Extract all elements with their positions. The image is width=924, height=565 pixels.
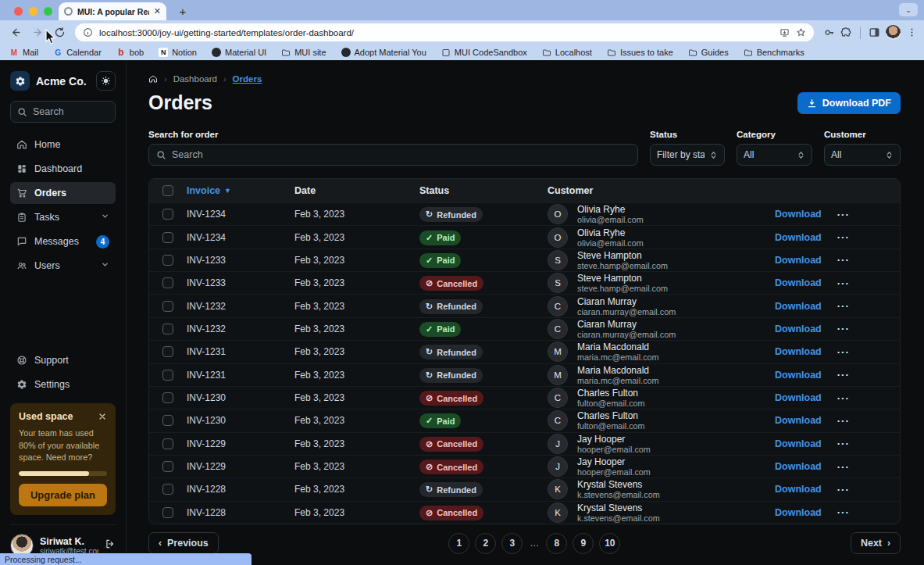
row-checkbox[interactable] bbox=[162, 484, 173, 495]
row-checkbox[interactable] bbox=[162, 370, 173, 381]
status-filter-select[interactable]: Filter by status bbox=[650, 144, 725, 166]
row-download-link[interactable]: Download bbox=[775, 438, 822, 449]
order-search-field[interactable] bbox=[172, 149, 630, 160]
bookmark-star-icon[interactable] bbox=[796, 27, 806, 38]
bookmark-item[interactable]: Issues to take bbox=[607, 48, 673, 57]
install-icon[interactable] bbox=[780, 27, 790, 38]
row-download-link[interactable]: Download bbox=[775, 370, 822, 381]
page-button-8[interactable]: 8 bbox=[546, 533, 567, 554]
download-pdf-button[interactable]: Download PDF bbox=[797, 92, 901, 114]
row-menu-icon[interactable]: ··· bbox=[837, 484, 850, 495]
bookmark-item[interactable]: MUI site bbox=[281, 48, 326, 57]
tab-close-icon[interactable]: ✕ bbox=[154, 6, 161, 16]
page-button-3[interactable]: 3 bbox=[501, 533, 523, 554]
breadcrumb-dashboard[interactable]: Dashboard bbox=[173, 74, 217, 84]
sidebar-search-input[interactable] bbox=[10, 101, 116, 123]
row-download-link[interactable]: Download bbox=[775, 324, 822, 334]
browser-tab[interactable]: MUI: A popular React UI fram ✕ bbox=[59, 2, 166, 20]
brand-logo-icon[interactable] bbox=[10, 71, 30, 91]
select-all-checkbox[interactable] bbox=[162, 185, 173, 196]
url-text[interactable]: localhost:3000/joy-ui/getting-started/te… bbox=[99, 28, 773, 38]
window-controls[interactable] bbox=[14, 7, 52, 16]
bookmark-item[interactable]: Benchmarks bbox=[744, 48, 804, 57]
sidebar-item-users[interactable]: Users bbox=[10, 255, 116, 277]
sidebar-item-support[interactable]: Support bbox=[10, 349, 116, 371]
browser-menu-icon[interactable] bbox=[906, 27, 918, 38]
site-info-icon[interactable] bbox=[83, 27, 93, 38]
row-download-link[interactable]: Download bbox=[775, 392, 822, 403]
extensions-icon[interactable] bbox=[840, 27, 852, 38]
row-download-link[interactable]: Download bbox=[775, 507, 822, 518]
row-download-link[interactable]: Download bbox=[775, 415, 822, 426]
bookmark-item[interactable]: Material UI bbox=[212, 48, 266, 57]
row-checkbox[interactable] bbox=[162, 346, 173, 357]
sidebar-item-dashboard[interactable]: Dashboard bbox=[10, 158, 116, 180]
row-menu-icon[interactable]: ··· bbox=[837, 209, 850, 220]
row-checkbox[interactable] bbox=[162, 461, 173, 472]
address-bar[interactable]: localhost:3000/joy-ui/getting-started/te… bbox=[75, 23, 814, 41]
row-download-link[interactable]: Download bbox=[775, 232, 822, 243]
logout-button[interactable] bbox=[105, 538, 116, 552]
window-minimize-button[interactable] bbox=[29, 7, 37, 16]
back-button[interactable] bbox=[6, 23, 25, 42]
row-checkbox[interactable] bbox=[162, 277, 173, 288]
customer-filter-select[interactable]: All bbox=[824, 144, 901, 166]
bookmark-item[interactable]: Guides bbox=[688, 48, 729, 57]
column-header-invoice[interactable]: Invoice▼ bbox=[187, 185, 294, 196]
breadcrumb-orders[interactable]: Orders bbox=[233, 74, 262, 84]
row-checkbox[interactable] bbox=[162, 301, 173, 312]
sidebar-item-messages[interactable]: Messages4 bbox=[10, 231, 116, 252]
bookmark-item[interactable]: Adopt Material You bbox=[341, 48, 426, 57]
next-page-button[interactable]: Next › bbox=[851, 532, 901, 554]
bookmark-item[interactable]: MUI CodeSandbox bbox=[441, 48, 527, 57]
color-scheme-toggle-button[interactable] bbox=[96, 71, 116, 91]
sidebar-item-tasks[interactable]: Tasks bbox=[10, 206, 116, 228]
row-menu-icon[interactable]: ··· bbox=[837, 461, 850, 473]
tab-strip-chevron-icon[interactable]: ⌄ bbox=[899, 3, 918, 16]
order-search-input[interactable] bbox=[148, 144, 638, 166]
row-menu-icon[interactable]: ··· bbox=[837, 438, 850, 449]
window-close-button[interactable] bbox=[14, 7, 23, 16]
category-filter-select[interactable]: All bbox=[737, 144, 812, 166]
row-menu-icon[interactable]: ··· bbox=[837, 254, 850, 266]
bookmark-item[interactable]: bbob bbox=[116, 48, 144, 57]
row-download-link[interactable]: Download bbox=[775, 209, 822, 220]
row-menu-icon[interactable]: ··· bbox=[837, 415, 850, 427]
row-checkbox[interactable] bbox=[162, 209, 173, 220]
row-download-link[interactable]: Download bbox=[775, 277, 822, 288]
row-checkbox[interactable] bbox=[162, 324, 173, 334]
bookmark-item[interactable]: MMail bbox=[9, 48, 38, 57]
bookmark-item[interactable]: NNotion bbox=[159, 48, 197, 57]
row-download-link[interactable]: Download bbox=[775, 484, 822, 495]
row-download-link[interactable]: Download bbox=[775, 255, 822, 266]
row-download-link[interactable]: Download bbox=[775, 461, 822, 472]
page-button-2[interactable]: 2 bbox=[475, 533, 496, 554]
password-manager-icon[interactable] bbox=[823, 27, 835, 38]
side-panel-icon[interactable] bbox=[869, 27, 880, 38]
bookmark-item[interactable]: GCalendar bbox=[53, 48, 102, 57]
row-checkbox[interactable] bbox=[162, 507, 173, 518]
forward-button[interactable] bbox=[28, 23, 47, 42]
row-checkbox[interactable] bbox=[162, 415, 173, 426]
row-menu-icon[interactable]: ··· bbox=[837, 231, 850, 243]
row-menu-icon[interactable]: ··· bbox=[837, 323, 850, 334]
page-button-1[interactable]: 1 bbox=[448, 533, 469, 554]
sidebar-item-settings[interactable]: Settings bbox=[10, 374, 116, 395]
browser-profile-avatar[interactable] bbox=[886, 25, 901, 40]
sidebar-item-home[interactable]: Home bbox=[10, 134, 116, 156]
row-menu-icon[interactable]: ··· bbox=[837, 392, 850, 404]
row-checkbox[interactable] bbox=[162, 255, 173, 266]
row-checkbox[interactable] bbox=[162, 392, 173, 403]
page-button-10[interactable]: 10 bbox=[599, 533, 620, 554]
row-menu-icon[interactable]: ··· bbox=[837, 506, 850, 518]
row-menu-icon[interactable]: ··· bbox=[837, 369, 850, 381]
window-zoom-button[interactable] bbox=[44, 7, 52, 16]
home-icon[interactable] bbox=[148, 74, 158, 84]
page-button-9[interactable]: 9 bbox=[573, 533, 594, 554]
row-menu-icon[interactable]: ··· bbox=[837, 277, 850, 289]
sidebar-search-field[interactable] bbox=[33, 106, 109, 117]
row-menu-icon[interactable]: ··· bbox=[837, 300, 850, 312]
row-download-link[interactable]: Download bbox=[775, 346, 822, 357]
previous-page-button[interactable]: ‹ Previous bbox=[148, 532, 219, 554]
row-checkbox[interactable] bbox=[162, 438, 173, 449]
